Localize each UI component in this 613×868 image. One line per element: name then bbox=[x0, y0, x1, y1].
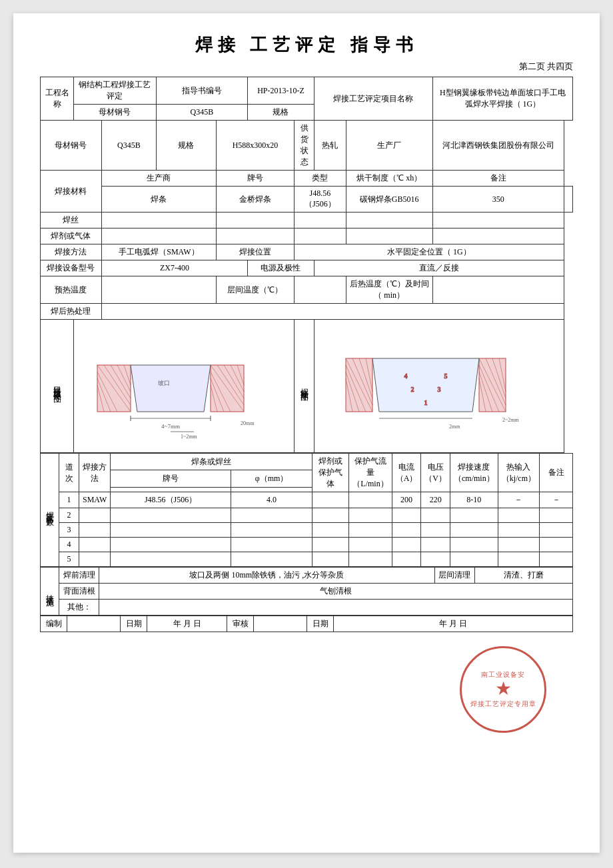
brand-col2 bbox=[111, 487, 231, 492]
compile-label: 编制 bbox=[41, 616, 67, 632]
svg-text:2: 2 bbox=[410, 386, 414, 393]
note-4 bbox=[540, 538, 573, 552]
brand-1: J48.56（J506） bbox=[111, 492, 231, 508]
power-label: 电源及极性 bbox=[247, 260, 314, 276]
current-1: 200 bbox=[392, 492, 421, 508]
pass-4: 4 bbox=[59, 538, 79, 552]
pwht-label: 焊后热处理 bbox=[41, 304, 102, 320]
pass-5: 5 bbox=[59, 552, 79, 567]
postheat-label: 后热温度（℃）及时间（ min） bbox=[346, 276, 432, 304]
pass-2: 2 bbox=[59, 508, 79, 523]
inter-clean-label: 层间清理 bbox=[434, 568, 474, 584]
rod-note bbox=[564, 187, 572, 213]
svg-text:4: 4 bbox=[404, 372, 407, 380]
pre-clean-value: 坡口及两侧 10mm除铁锈，油污 ,水分等杂质 bbox=[99, 568, 435, 584]
stamp: 南工业设备安 ★ 焊接工艺评定专用章 bbox=[460, 646, 546, 733]
guide-num-label: 指导书编号 bbox=[156, 77, 247, 105]
main-table: 工程名称 钢结构工程焊接工艺评定 指导书编号 HP-2013-10-Z 焊接工艺… bbox=[40, 77, 573, 453]
note-1: － bbox=[540, 492, 573, 508]
diameter-2 bbox=[231, 508, 312, 523]
shielding-4 bbox=[349, 538, 392, 552]
technical-table: 技术措施 焊前清理 坡口及两侧 10mm除铁锈，油污 ,水分等杂质 层间清理 清… bbox=[40, 567, 573, 616]
note-label: 备注 bbox=[432, 171, 564, 187]
speed-header: 焊接速度（cm/min） bbox=[450, 454, 498, 492]
sequence-label: 焊接顺序图 bbox=[295, 320, 314, 453]
pre-clean-label: 焊前清理 bbox=[59, 568, 99, 584]
sequence-diagram: 1 2 3 4 5 2~2mm 2mm bbox=[314, 320, 564, 453]
flux-manufacturer bbox=[101, 228, 216, 244]
tech-vertical-label: 技术措施 bbox=[41, 568, 59, 616]
table-row: 2 bbox=[41, 508, 573, 523]
diameter-3 bbox=[231, 523, 312, 538]
voltage-header: 电压（V） bbox=[421, 454, 450, 492]
method-header: 焊接方法 bbox=[79, 454, 111, 492]
speed-1: 8-10 bbox=[450, 492, 498, 508]
back-label: 背面清根 bbox=[59, 584, 99, 600]
rod-dry: 350 bbox=[432, 187, 564, 213]
supply-value: 热轧 bbox=[314, 121, 346, 171]
diameter-col: φ（mm） bbox=[231, 470, 312, 487]
wire-brand bbox=[216, 213, 294, 228]
svg-text:3: 3 bbox=[437, 386, 440, 393]
review-value bbox=[254, 616, 307, 632]
factory-label: 生产厂 bbox=[346, 121, 432, 171]
compile-value bbox=[67, 616, 121, 632]
stamp-star: ★ bbox=[495, 679, 512, 698]
stamp-circle: 南工业设备安 ★ 焊接工艺评定专用章 bbox=[460, 646, 546, 733]
svg-text:1~2mm: 1~2mm bbox=[181, 434, 198, 440]
speed-5 bbox=[450, 552, 498, 567]
position-value: 水平固定全位置（ 1G） bbox=[295, 244, 564, 260]
other-label: 其他： bbox=[59, 600, 99, 616]
preheat-value bbox=[101, 276, 216, 304]
voltage-3 bbox=[421, 523, 450, 538]
flux-brand bbox=[216, 228, 294, 244]
supply-label: 供货状态 bbox=[295, 121, 314, 171]
flux-header: 焊剂或保护气体 bbox=[312, 454, 349, 492]
rod-label: 焊条 bbox=[101, 187, 216, 213]
voltage-2 bbox=[421, 508, 450, 523]
note-header: 备注 bbox=[540, 454, 573, 492]
preheat-label: 预热温度 bbox=[41, 276, 102, 304]
brand-label: 牌号 bbox=[216, 171, 294, 187]
wire-label: 焊丝 bbox=[41, 213, 102, 228]
svg-text:2~2mm: 2~2mm bbox=[502, 417, 520, 423]
spec-value: H588x300x20 bbox=[216, 121, 294, 171]
current-2 bbox=[392, 508, 421, 523]
spec-label2: 规格 bbox=[156, 121, 216, 171]
flux-type bbox=[295, 228, 346, 244]
voltage-1: 220 bbox=[421, 492, 450, 508]
flux-note bbox=[432, 228, 564, 244]
date1-value: 年 月 日 bbox=[147, 616, 227, 632]
current-3 bbox=[392, 523, 421, 538]
flux-dry bbox=[346, 228, 432, 244]
svg-text:5: 5 bbox=[444, 372, 447, 380]
type-label: 类型 bbox=[295, 171, 346, 187]
brand-4 bbox=[111, 538, 231, 552]
shielding-5 bbox=[349, 552, 392, 567]
material-value: Q345B bbox=[156, 105, 247, 121]
diameter-1: 4.0 bbox=[231, 492, 312, 508]
equipment-value: ZX7-400 bbox=[101, 260, 247, 276]
params-table: 焊接工艺参数 道次 焊接方法 焊条或焊丝 焊剂或保护气体 保护气流量（L/min… bbox=[40, 453, 573, 567]
svg-text:2mm: 2mm bbox=[449, 424, 460, 430]
current-4 bbox=[392, 538, 421, 552]
rod-type: 碳钢焊条GB5016 bbox=[346, 187, 432, 213]
shielding-2 bbox=[349, 508, 392, 523]
sequence-svg: 1 2 3 4 5 2~2mm 2mm bbox=[339, 325, 539, 445]
page: 焊接 工艺评定 指导书 第二页 共四页 工程名称 钢结构工程焊接工艺评定 指导书… bbox=[13, 13, 600, 853]
project-label: 工程名称 bbox=[41, 77, 74, 121]
note-5 bbox=[540, 552, 573, 567]
equipment-label: 焊接设备型号 bbox=[41, 260, 102, 276]
date1-label: 日期 bbox=[121, 616, 147, 632]
pass-1: 1 bbox=[59, 492, 79, 508]
method-3 bbox=[79, 523, 111, 538]
diameter-col2 bbox=[231, 487, 312, 492]
heat-header: 热输入（kj/cm） bbox=[498, 454, 539, 492]
factory-value: 河北津西钢铁集团股份有限公司 bbox=[432, 121, 564, 171]
position-label: 焊接位置 bbox=[216, 244, 294, 260]
current-header: 电流（A） bbox=[392, 454, 421, 492]
table-row: 3 bbox=[41, 523, 573, 538]
speed-2 bbox=[450, 508, 498, 523]
stamp-text-bottom: 焊接工艺评定专用章 bbox=[470, 699, 536, 709]
voltage-4 bbox=[421, 538, 450, 552]
